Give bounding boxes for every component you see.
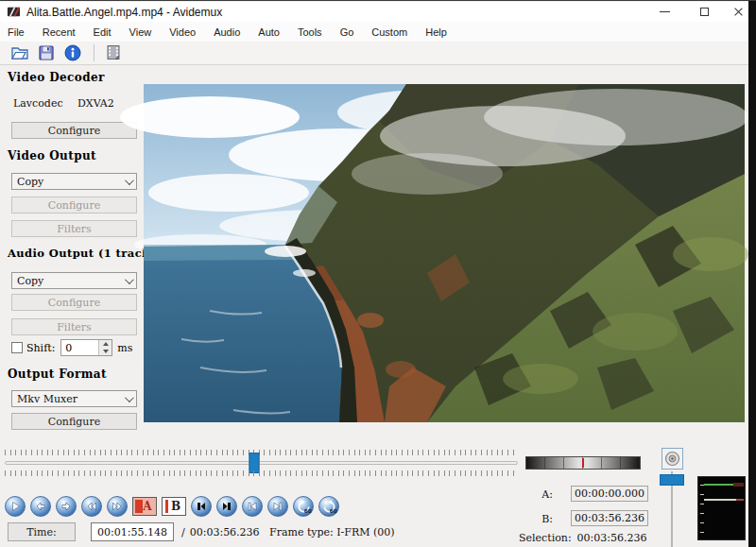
spin-down-icon[interactable] bbox=[99, 348, 112, 355]
arrow-right-icon bbox=[60, 500, 73, 513]
shift-spinner[interactable]: 0 bbox=[60, 339, 112, 356]
total-time: / 00:03:56.236 bbox=[181, 526, 260, 538]
menu-recent[interactable]: Recent bbox=[43, 26, 76, 38]
minimize-icon bbox=[660, 11, 670, 12]
speaker-icon bbox=[664, 451, 680, 467]
timeline-ticks-top bbox=[5, 450, 518, 455]
audio-output-filters-button: Filters bbox=[11, 318, 137, 335]
menu-view[interactable]: View bbox=[129, 26, 152, 38]
next-frame-button[interactable] bbox=[56, 496, 77, 517]
toolbar bbox=[0, 42, 748, 65]
menu-tools[interactable]: Tools bbox=[298, 26, 322, 38]
video-decoder-title: Video Decoder bbox=[8, 71, 105, 84]
spinner-arrows bbox=[98, 340, 112, 355]
maximize-button[interactable] bbox=[690, 2, 718, 22]
shift-unit: ms bbox=[117, 342, 132, 354]
black-frame-right-icon bbox=[220, 500, 233, 513]
marker-b-time: 00:03:56.236 bbox=[571, 510, 648, 526]
forward-60-icon: 60 bbox=[322, 500, 336, 514]
video-output-title: Video Output bbox=[8, 149, 96, 162]
info-icon bbox=[63, 43, 82, 62]
open-file-button[interactable] bbox=[8, 43, 32, 63]
maximize-icon bbox=[700, 8, 709, 16]
play-icon bbox=[9, 500, 22, 513]
video-output-select[interactable]: Copy bbox=[11, 173, 137, 190]
jog-center-marker bbox=[582, 458, 584, 468]
marker-a-time: 00:00:00.000 bbox=[571, 486, 648, 502]
skip-to-end-icon bbox=[271, 500, 284, 513]
chevron-down-icon bbox=[125, 176, 134, 185]
back-one-minute-button[interactable]: 60 bbox=[293, 496, 314, 517]
menu-video[interactable]: Video bbox=[169, 26, 196, 38]
menu-auto[interactable]: Auto bbox=[258, 26, 280, 38]
decoder-accel-label: DXVA2 bbox=[77, 97, 114, 110]
marker-b-letter: B bbox=[171, 500, 180, 513]
rewind-60-icon: 60 bbox=[297, 500, 311, 514]
last-frame-button[interactable] bbox=[267, 496, 288, 517]
menu-audio[interactable]: Audio bbox=[214, 26, 240, 38]
selection-duration: 00:03:56.236 bbox=[577, 532, 647, 544]
volume-slider-handle[interactable] bbox=[660, 474, 684, 486]
previous-keyframe-button[interactable] bbox=[81, 496, 102, 517]
minimize-button[interactable] bbox=[650, 2, 679, 22]
timeline-groove[interactable] bbox=[5, 461, 518, 465]
menu-edit[interactable]: Edit bbox=[94, 26, 112, 38]
timeline-slider[interactable] bbox=[5, 449, 518, 477]
video-frame-coastal-scene bbox=[144, 84, 745, 422]
film-properties-icon bbox=[104, 43, 123, 62]
selection-label: Selection: bbox=[519, 532, 572, 544]
next-black-frame-button[interactable] bbox=[216, 496, 237, 517]
video-output-selected: Copy bbox=[17, 176, 43, 188]
shift-label: Shift: bbox=[26, 342, 55, 354]
decoder-engine-label: Lavcodec bbox=[13, 97, 63, 110]
frame-type-label: Frame type: I-FRM (00) bbox=[269, 526, 395, 538]
close-icon bbox=[733, 7, 744, 17]
transport-controls: A B 60 60 bbox=[5, 496, 339, 517]
menu-go[interactable]: Go bbox=[340, 26, 354, 38]
time-mode-button[interactable]: Time: bbox=[8, 522, 76, 541]
menu-custom[interactable]: Custom bbox=[371, 26, 407, 38]
double-chevron-left-icon bbox=[85, 500, 98, 513]
spin-up-icon[interactable] bbox=[99, 340, 112, 348]
current-time-input[interactable]: 00:01:55.148 bbox=[91, 522, 174, 541]
set-marker-a-button[interactable]: A bbox=[132, 497, 157, 516]
skip-to-start-icon bbox=[246, 500, 259, 513]
marker-a-label: A: bbox=[524, 488, 553, 501]
chevron-down-icon bbox=[125, 275, 134, 284]
next-keyframe-button[interactable] bbox=[107, 496, 128, 517]
set-marker-b-button[interactable]: B bbox=[162, 497, 186, 516]
first-frame-button[interactable] bbox=[242, 496, 263, 517]
settings-panel: Video Decoder Lavcodec DXVA2 Configure V… bbox=[0, 65, 144, 445]
video-decoder-configure-button[interactable]: Configure bbox=[11, 122, 137, 139]
previous-frame-button[interactable] bbox=[30, 496, 51, 517]
properties-button[interactable] bbox=[101, 43, 126, 63]
jog-shuttle-wheel[interactable] bbox=[525, 456, 641, 470]
arrow-left-icon bbox=[34, 500, 47, 513]
avidemux-app-icon bbox=[7, 5, 21, 19]
marker-a-bar bbox=[135, 500, 143, 513]
mute-button[interactable] bbox=[662, 448, 683, 470]
info-button[interactable] bbox=[60, 43, 85, 63]
title-bar: Alita.Battle.Angel.mp4.mp4 - Avidemux bbox=[0, 2, 748, 22]
audio-vu-meter bbox=[697, 476, 746, 540]
save-button[interactable] bbox=[34, 43, 59, 63]
audio-output-select[interactable]: Copy bbox=[11, 272, 137, 289]
save-icon bbox=[37, 43, 56, 62]
video-output-filters-button: Filters bbox=[11, 220, 137, 237]
menu-help[interactable]: Help bbox=[425, 26, 447, 38]
black-frame-left-icon bbox=[195, 500, 208, 513]
timeline-ticks-bottom bbox=[5, 470, 518, 476]
marker-a-letter: A bbox=[143, 500, 151, 513]
close-button[interactable] bbox=[728, 2, 748, 22]
output-format-configure-button[interactable]: Configure bbox=[11, 413, 137, 430]
output-format-select[interactable]: Mkv Muxer bbox=[11, 390, 137, 407]
selection-row: Selection: 00:03:56.236 bbox=[519, 532, 647, 544]
open-file-icon bbox=[10, 43, 29, 62]
shift-checkbox[interactable] bbox=[11, 342, 23, 353]
play-button[interactable] bbox=[5, 496, 26, 517]
previous-black-frame-button[interactable] bbox=[191, 496, 212, 517]
menu-file[interactable]: File bbox=[8, 26, 25, 38]
output-format-title: Output Format bbox=[8, 368, 107, 381]
total-time-value: 00:03:56.236 bbox=[190, 526, 260, 538]
forward-one-minute-button[interactable]: 60 bbox=[318, 496, 339, 517]
